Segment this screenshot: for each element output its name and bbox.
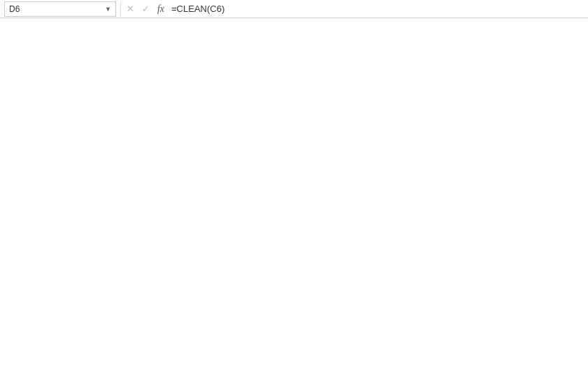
separator — [120, 1, 121, 17]
formula-bar: D6 ▼ ✕ ✓ fx =CLEAN(C6) — [0, 0, 588, 18]
formula-bar-icons: ✕ ✓ fx — [125, 4, 166, 15]
formula-input[interactable]: =CLEAN(C6) — [166, 4, 588, 14]
name-box-dropdown-icon[interactable]: ▼ — [105, 6, 111, 13]
confirm-icon[interactable]: ✓ — [141, 4, 150, 14]
name-box-value: D6 — [9, 4, 105, 14]
fx-icon[interactable]: fx — [156, 4, 166, 15]
name-box[interactable]: D6 ▼ — [4, 1, 116, 17]
cancel-icon[interactable]: ✕ — [125, 4, 135, 14]
